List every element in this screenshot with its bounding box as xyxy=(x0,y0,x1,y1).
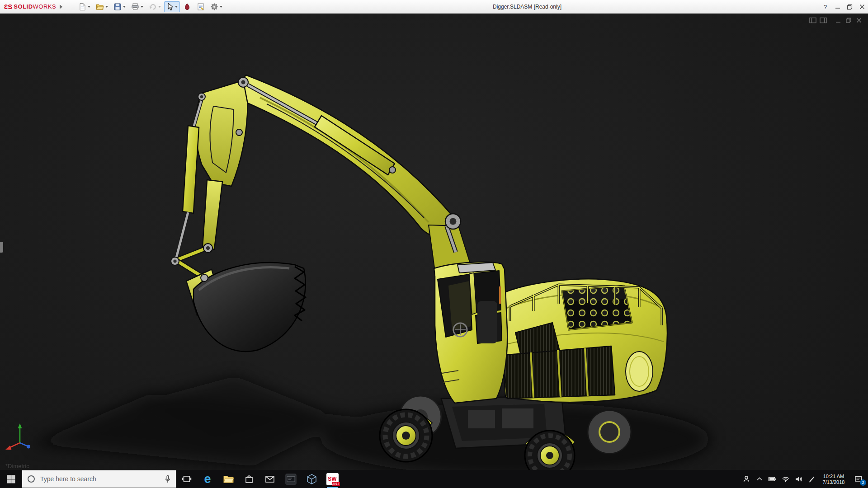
edge-icon: e xyxy=(204,473,211,485)
excavator-model[interactable] xyxy=(0,14,868,470)
minimize-icon xyxy=(835,4,840,9)
app-window-icon xyxy=(285,474,297,485)
excavator-bucket[interactable] xyxy=(186,263,306,352)
people-button[interactable] xyxy=(740,470,753,488)
select-cursor-icon xyxy=(166,3,174,11)
save-floppy-icon xyxy=(113,3,122,11)
save-button[interactable] xyxy=(111,1,128,12)
print-icon xyxy=(131,3,139,11)
store-bag-icon xyxy=(245,474,254,484)
windows-logo-icon xyxy=(7,475,15,483)
file-explorer-button[interactable] xyxy=(218,470,239,488)
mail-envelope-icon xyxy=(265,475,275,483)
window-controls: ? xyxy=(819,0,868,14)
solidworks-titlebar: 3S SOLIDWORKS xyxy=(0,0,868,14)
speaker-icon xyxy=(795,475,803,483)
solidworks-logo: 3S SOLIDWORKS xyxy=(0,3,56,10)
search-placeholder: Type here to search xyxy=(40,475,160,483)
people-icon xyxy=(742,475,750,483)
dropdown-caret[interactable] xyxy=(158,6,161,8)
pen-icon xyxy=(808,475,816,483)
start-button[interactable] xyxy=(0,470,22,488)
windows-taskbar: Type here to search e SW 2017 xyxy=(0,470,868,488)
notification-badge: 2 xyxy=(860,479,866,486)
close-button[interactable] xyxy=(856,0,868,14)
dassault-3ds-mark: 3S xyxy=(5,3,12,10)
z-axis-blue xyxy=(20,443,27,446)
dropdown-caret[interactable] xyxy=(141,6,143,8)
cube-icon xyxy=(306,474,317,485)
options-gear-icon xyxy=(210,3,218,11)
system-tray: 10:21 AM 7/13/2018 2 xyxy=(740,470,868,488)
excavator-cab[interactable] xyxy=(434,262,507,403)
battery-icon xyxy=(768,475,777,483)
display-pane-icon[interactable] xyxy=(819,17,827,24)
quick-access-toolbar xyxy=(76,1,225,12)
file-properties-button[interactable] xyxy=(194,1,207,12)
excavator-body[interactable] xyxy=(499,279,667,402)
undo-button[interactable] xyxy=(146,1,163,12)
featuremanager-flyout-tab[interactable] xyxy=(0,242,3,253)
network-button[interactable] xyxy=(779,470,792,488)
doc-restore-icon[interactable] xyxy=(844,17,852,24)
file-explorer-icon xyxy=(223,474,234,484)
battery-button[interactable] xyxy=(766,470,779,488)
undo-icon xyxy=(149,3,157,11)
graphics-area[interactable]: *Dimetric xyxy=(0,14,868,470)
dropdown-caret[interactable] xyxy=(175,6,178,8)
open-folder-icon xyxy=(96,3,104,11)
clock-time: 10:21 AM xyxy=(818,474,849,479)
wifi-icon xyxy=(782,475,790,483)
print-button[interactable] xyxy=(129,1,146,12)
pen-settings-button[interactable] xyxy=(805,470,818,488)
solidworks-wordmark: SOLIDWORKS xyxy=(14,3,56,10)
document-title: Digger.SLDASM [Read-only] xyxy=(493,0,561,14)
dropdown-caret[interactable] xyxy=(105,6,108,8)
doc-minimize-icon[interactable] xyxy=(834,17,842,24)
view-orientation-label: *Dimetric xyxy=(5,463,29,469)
task-view-button[interactable] xyxy=(176,470,197,488)
dropdown-caret[interactable] xyxy=(220,6,222,8)
new-document-button[interactable] xyxy=(76,1,93,12)
mail-button[interactable] xyxy=(259,470,280,488)
task-view-icon xyxy=(182,474,192,483)
solidworks-app-button[interactable]: SW 2017 xyxy=(322,470,343,488)
doc-close-icon[interactable] xyxy=(855,17,863,24)
excavator-boom[interactable] xyxy=(171,75,472,278)
open-button[interactable] xyxy=(94,1,110,12)
action-center-button[interactable]: 2 xyxy=(849,470,868,488)
menu-flyout-arrow-icon[interactable] xyxy=(60,5,62,9)
appearances-button[interactable] xyxy=(181,1,193,12)
pinned-cube-viewer-button[interactable] xyxy=(301,470,322,488)
pinned-app-window-button[interactable] xyxy=(280,470,301,488)
restore-button[interactable] xyxy=(844,0,856,14)
taskbar-clock[interactable]: 10:21 AM 7/13/2018 xyxy=(818,473,849,485)
new-document-icon xyxy=(78,3,86,11)
solidworks-2017-icon: SW 2017 xyxy=(326,473,339,485)
edge-browser-button[interactable]: e xyxy=(197,470,218,488)
help-button[interactable]: ? xyxy=(819,0,831,14)
minimize-button[interactable] xyxy=(831,0,844,14)
document-window-controls xyxy=(804,17,863,24)
volume-button[interactable] xyxy=(792,470,805,488)
select-tool-button[interactable] xyxy=(164,1,180,12)
file-properties-icon xyxy=(197,3,205,11)
options-button[interactable] xyxy=(208,1,225,12)
dropdown-caret[interactable] xyxy=(88,6,90,8)
close-icon xyxy=(859,4,865,9)
desktop: 3S SOLIDWORKS xyxy=(0,0,868,488)
featuremanager-pane-icon[interactable] xyxy=(809,17,816,24)
chevron-up-icon xyxy=(756,475,763,483)
clock-date: 7/13/2018 xyxy=(818,479,849,485)
microphone-icon[interactable] xyxy=(164,475,171,483)
orientation-triad xyxy=(2,417,38,455)
store-button[interactable] xyxy=(239,470,259,488)
restore-icon xyxy=(847,4,853,10)
cortana-icon xyxy=(27,474,36,483)
hidden-icons-button[interactable] xyxy=(753,470,766,488)
dropdown-caret[interactable] xyxy=(123,6,126,8)
appearance-droplet-icon xyxy=(183,3,191,11)
taskbar-search-box[interactable]: Type here to search xyxy=(22,470,176,488)
